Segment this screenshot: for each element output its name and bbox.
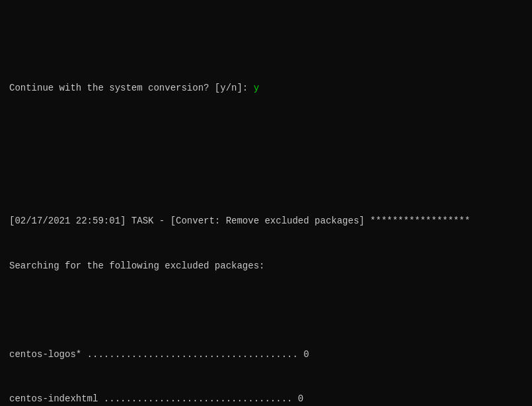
- terminal-output: Continue with the system conversion? [y/…: [9, 7, 523, 406]
- blank-line: [9, 169, 523, 184]
- terminal-line-centos-indexhtml: centos-indexhtml .......................…: [9, 391, 523, 406]
- terminal-line-task: [02/17/2021 22:59:01] TASK - [Convert: R…: [9, 214, 523, 228]
- blank-line: [9, 36, 523, 51]
- user-input-y: y: [254, 83, 259, 93]
- blank-line: [9, 303, 523, 317]
- blank-line: [9, 125, 523, 140]
- terminal-line: Continue with the system conversion? [y/…: [9, 81, 523, 95]
- terminal-line-centos-logos: centos-logos* ..........................…: [9, 347, 523, 362]
- terminal-line-searching: Searching for the following excluded pac…: [9, 259, 523, 273]
